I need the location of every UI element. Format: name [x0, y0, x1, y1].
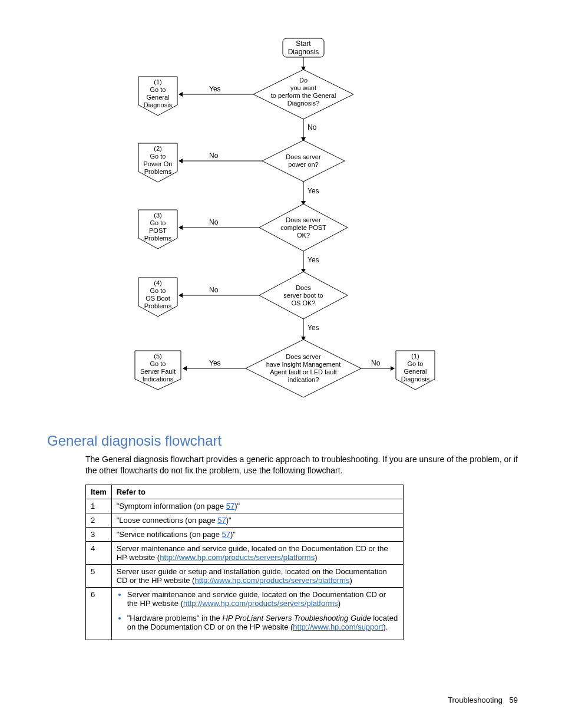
footer-label: Troubleshooting [448, 696, 503, 704]
svg-text:(4): (4) [154, 279, 161, 286]
svg-text:Yes: Yes [308, 256, 319, 264]
svg-text:General: General [146, 94, 169, 101]
svg-text:OS OK?: OS OK? [291, 299, 315, 307]
url-link[interactable]: http://www.hp.com/products/servers/platf… [160, 553, 315, 562]
reference-table: Item Refer to 1 "Symptom information (on… [85, 485, 404, 640]
svg-text:No: No [209, 218, 219, 226]
svg-text:Go to: Go to [150, 219, 166, 226]
svg-text:(5): (5) [154, 353, 161, 360]
table-row: 5 Server user guide or setup and install… [86, 564, 404, 587]
label-yes: Yes [209, 85, 221, 93]
svg-marker-69 [183, 366, 187, 371]
url-link[interactable]: http://www.hp.com/products/servers/platf… [183, 599, 338, 608]
box-os-boot-problems: (4) Go to OS Boot Problems [138, 278, 177, 317]
svg-text:Does server: Does server [286, 216, 321, 223]
svg-text:No: No [209, 151, 219, 160]
svg-text:(1): (1) [154, 78, 161, 85]
decision-general-diagnosis: Do you want to perform the General Diagn… [253, 70, 353, 119]
svg-marker-23 [178, 159, 183, 163]
svg-text:indication?: indication? [287, 376, 319, 383]
svg-text:Diagnosis: Diagnosis [287, 48, 319, 56]
list-item: Server maintenance and service guide, lo… [127, 590, 398, 608]
svg-text:Problems: Problems [144, 235, 171, 242]
svg-text:General: General [404, 368, 427, 375]
svg-text:No: No [371, 359, 381, 367]
list-item: "Hardware problems" in the HP ProLiant S… [127, 614, 398, 631]
decision-post: Does server complete POST OK? [259, 204, 348, 251]
svg-text:(3): (3) [154, 212, 161, 219]
svg-text:complete POST: complete POST [280, 224, 326, 231]
svg-text:(2): (2) [154, 145, 161, 152]
table-header-row: Item Refer to [86, 485, 404, 499]
svg-text:Server Fault: Server Fault [140, 368, 176, 375]
decision-os-boot: Does server boot to OS OK? [259, 272, 348, 319]
svg-text:Go to: Go to [407, 360, 423, 367]
svg-text:Agent fault or LED fault: Agent fault or LED fault [270, 368, 337, 375]
page-link[interactable]: 57 [217, 516, 226, 525]
svg-text:Go to: Go to [150, 287, 166, 294]
svg-text:Power On: Power On [143, 160, 172, 167]
svg-text:server boot to: server boot to [283, 292, 323, 299]
label-no: No [308, 123, 317, 131]
svg-text:Diagnosis?: Diagnosis? [287, 100, 319, 107]
flowchart-image: Start Diagnosis Do you want to perform t… [47, 35, 518, 415]
svg-text:No: No [209, 286, 219, 294]
svg-text:OK?: OK? [296, 232, 309, 239]
box-post-problems: (3) Go to POST Problems [138, 210, 177, 249]
svg-marker-72 [391, 366, 395, 371]
svg-text:Diagnosis: Diagnosis [143, 101, 172, 108]
table-row: 6 Server maintenance and service guide, … [86, 587, 404, 640]
svg-text:Yes: Yes [308, 187, 319, 195]
svg-text:Does server: Does server [286, 353, 321, 360]
svg-text:Yes: Yes [209, 359, 221, 367]
url-link[interactable]: http://www.hp.com/support [293, 622, 383, 631]
svg-text:Does: Does [296, 284, 311, 291]
box-power-on-problems: (2) Go to Power On Problems [138, 143, 177, 182]
svg-text:Does server: Does server [286, 153, 321, 160]
page-number: 59 [510, 696, 518, 704]
col-item: Item [86, 485, 112, 499]
svg-text:Go to: Go to [150, 360, 166, 367]
decision-power-on: Does server power on? [262, 140, 345, 182]
svg-text:Go to: Go to [150, 153, 166, 160]
flowchart-svg: Start Diagnosis Do you want to perform t… [127, 35, 439, 413]
svg-text:Problems: Problems [144, 168, 171, 175]
page-link[interactable]: 57 [226, 502, 234, 510]
svg-text:Do: Do [299, 77, 307, 84]
page-footer: Troubleshooting 59 [448, 696, 518, 704]
svg-text:Problems: Problems [144, 302, 171, 309]
url-link[interactable]: http://www.hp.com/products/servers/platf… [194, 576, 349, 585]
table-row: 2 "Loose connections (on page 57)" [86, 513, 404, 527]
intro-paragraph: The General diagnosis flowchart provides… [85, 454, 518, 476]
box-server-fault: (5) Go to Server Fault Indications [135, 351, 181, 390]
svg-text:(1): (1) [411, 353, 419, 360]
svg-marker-53 [178, 293, 183, 298]
svg-text:to perform the General: to perform the General [270, 92, 336, 99]
svg-text:power on?: power on? [288, 161, 318, 168]
start-box: Start Diagnosis [283, 38, 324, 57]
box-general-diagnosis: (1) Go to General Diagnosis [138, 77, 177, 116]
table-row: 1 "Symptom information (on page 57)" [86, 499, 404, 513]
svg-text:you want: you want [290, 84, 316, 91]
page-link[interactable]: 57 [222, 530, 230, 539]
svg-text:Yes: Yes [308, 324, 319, 332]
svg-text:have Insight Management: have Insight Management [266, 361, 340, 368]
decision-insight-fault: Does server have Insight Management Agen… [246, 340, 361, 397]
svg-text:Go to: Go to [150, 86, 166, 93]
col-refer-to: Refer to [111, 485, 403, 499]
page: Start Diagnosis Do you want to perform t… [0, 0, 562, 728]
svg-text:Start: Start [296, 39, 311, 48]
svg-text:POST: POST [149, 227, 167, 234]
section-heading: General diagnosis flowchart [47, 433, 518, 449]
table-row: 3 "Service notifications (on page 57)" [86, 527, 404, 541]
svg-text:Diagnosis: Diagnosis [401, 375, 429, 383]
svg-marker-11 [178, 92, 183, 97]
svg-text:Indications: Indications [142, 375, 173, 383]
box-general-diagnosis-right: (1) Go to General Diagnosis [396, 351, 435, 390]
table-row: 4 Server maintenance and service guide, … [86, 541, 404, 564]
svg-text:OS Boot: OS Boot [146, 295, 170, 302]
svg-marker-38 [178, 225, 183, 230]
